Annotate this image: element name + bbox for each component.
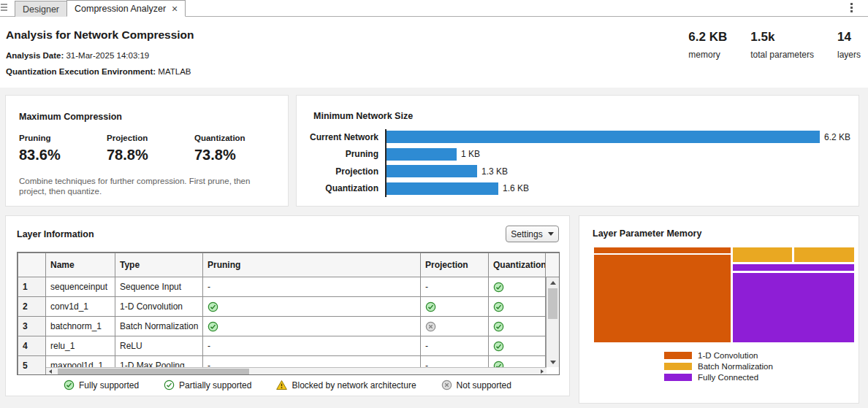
pruning-status-cell [203, 297, 421, 317]
support-legend-item: Blocked by network architecture [276, 380, 416, 390]
maximum-compression-panel: Maximum Compression Pruning 83.6%Project… [5, 95, 289, 207]
stat: 14 layers [837, 30, 861, 60]
treemap-cell-batch-normalization [733, 247, 792, 262]
stat-value: 14 [837, 30, 861, 45]
chart-value-label: 1.3 KB [481, 166, 508, 177]
legend-swatch [664, 374, 692, 381]
layer-type-cell: Sequence Input [115, 277, 203, 297]
close-icon[interactable]: × [172, 4, 178, 14]
quantization-status-cell [489, 336, 546, 356]
hamburger-icon[interactable] [1, 4, 7, 12]
treemap-cell-1-d-convolution [594, 247, 731, 253]
table-header-row: Name Type Pruning Projection Quantizatio… [18, 253, 560, 277]
table-row[interactable]: 4relu_1ReLU-- [18, 336, 560, 356]
col-header-projection: Projection [421, 253, 489, 277]
table-row[interactable]: 2conv1d_11-D Convolution [18, 297, 560, 317]
chart-bar [387, 182, 498, 195]
settings-button[interactable]: Settings [506, 226, 559, 242]
minimum-network-size-panel: Minimum Network Size Current Network 6.2… [296, 95, 859, 207]
metric-value: 83.6% [19, 147, 107, 163]
kebab-menu-icon[interactable] [850, 3, 853, 14]
metric-label: Pruning [19, 134, 107, 142]
metric-label: Projection [107, 134, 194, 142]
page-title: Analysis for Network Compression [6, 28, 194, 42]
compression-description: Combine techniques for further compressi… [19, 176, 279, 197]
projection-status-cell: - [421, 336, 489, 356]
compression-metrics: Pruning 83.6%Projection 78.8%Quantizatio… [19, 134, 282, 163]
tab-label: Compression Analyzer [75, 4, 166, 14]
quantization-status-cell [489, 317, 546, 336]
horizontal-scroll-thumb[interactable] [58, 369, 249, 374]
chart-row: Projection 1.3 KB [297, 163, 859, 180]
legend-label: Fully Connected [698, 373, 758, 382]
row-number-cell: 2 [18, 297, 46, 317]
horizontal-scrollbar[interactable] [46, 367, 547, 374]
supported-check-icon [425, 301, 484, 312]
compression-analyzer-app: Designer Compression Analyzer × Analysis… [0, 0, 868, 408]
support-legend-item: Not supported [441, 380, 511, 390]
scroll-up-icon[interactable] [550, 281, 556, 285]
projection-status-cell [421, 317, 489, 336]
scrollbar-header-spacer [546, 253, 560, 277]
tab-label: Designer [23, 4, 59, 15]
treemap-cell-batch-normalization [794, 247, 854, 262]
vertical-scroll-thumb[interactable] [548, 288, 557, 319]
projection-status-cell [421, 297, 489, 317]
chart-category-label: Current Network [297, 132, 382, 142]
chevron-down-icon [548, 232, 554, 236]
chart-bar-wrap: 1.6 KB [387, 182, 529, 195]
table-row[interactable]: 1sequenceinputSequence Input-- [18, 277, 560, 297]
summary-stats: 6.2 KB memory1.5k total parameters14 lay… [688, 30, 861, 60]
treemap-legend-item: 1-D Convolution [664, 351, 774, 360]
environment-line: Quantization Execution Environment: MATL… [6, 67, 191, 76]
table-row[interactable]: 3batchnorm_1Batch Normalization [18, 317, 560, 336]
compression-metric: Projection 78.8% [107, 134, 194, 163]
col-header-quantization: Quantization [489, 253, 546, 277]
supported-check-icon [208, 301, 416, 312]
scroll-left-icon[interactable] [49, 369, 52, 374]
legend-swatch [664, 363, 692, 370]
projection-status-cell: - [421, 277, 489, 297]
vertical-scrollbar[interactable] [546, 277, 559, 367]
warn-legend-icon [276, 380, 287, 390]
tab-compression-analyzer[interactable]: Compression Analyzer × [66, 0, 186, 17]
stat-label: total parameters [750, 50, 814, 60]
legend-label: Batch Normalization [698, 362, 773, 371]
analysis-date-value: 31-Mar-2025 14:03:19 [66, 51, 149, 60]
panel-title: Layer Information [17, 229, 94, 239]
not-supported-icon [425, 321, 484, 332]
legend-swatch [664, 352, 692, 359]
quantization-status-cell [489, 277, 546, 297]
layer-type-cell: 1-D Convolution [115, 297, 203, 317]
treemap-legend: 1-D Convolution Batch Normalization Full… [579, 351, 859, 382]
stat: 6.2 KB memory [688, 30, 727, 60]
pruning-status-cell: - [203, 277, 421, 297]
legend-label: 1-D Convolution [698, 351, 758, 360]
stat-value: 6.2 KB [688, 30, 727, 45]
col-header-name: Name [46, 253, 115, 277]
supported-check-icon [208, 321, 416, 332]
panel-title: Layer Parameter Memory [593, 228, 701, 239]
chart-bar-wrap: 1 KB [387, 148, 480, 161]
layer-type-cell: Batch Normalization [115, 317, 203, 336]
support-legend-item: Partially supported [164, 380, 251, 390]
supported-check-icon [493, 341, 541, 352]
treemap-cell-1-d-convolution [594, 255, 731, 342]
row-number-cell: 4 [18, 336, 46, 356]
quantization-status-cell [489, 297, 546, 317]
metric-value: 78.8% [107, 147, 194, 163]
environment-label: Quantization Execution Environment: [6, 67, 156, 76]
stat-value: 1.5k [750, 30, 814, 45]
scroll-right-icon[interactable] [541, 369, 544, 374]
row-number-cell: 3 [18, 317, 46, 336]
report-header: Analysis for Network Compression Analysi… [0, 17, 868, 88]
supported-check-icon [493, 301, 541, 312]
tab-bar: Designer Compression Analyzer × [0, 0, 868, 17]
analysis-date-line: Analysis Date: 31-Mar-2025 14:03:19 [6, 51, 149, 60]
tab-designer[interactable]: Designer [15, 1, 67, 17]
panel-title: Minimum Network Size [313, 111, 413, 121]
layer-type-cell: ReLU [115, 336, 203, 356]
scroll-down-icon[interactable] [550, 361, 556, 364]
chart-category-label: Projection [297, 166, 382, 177]
row-number-header [18, 253, 46, 277]
